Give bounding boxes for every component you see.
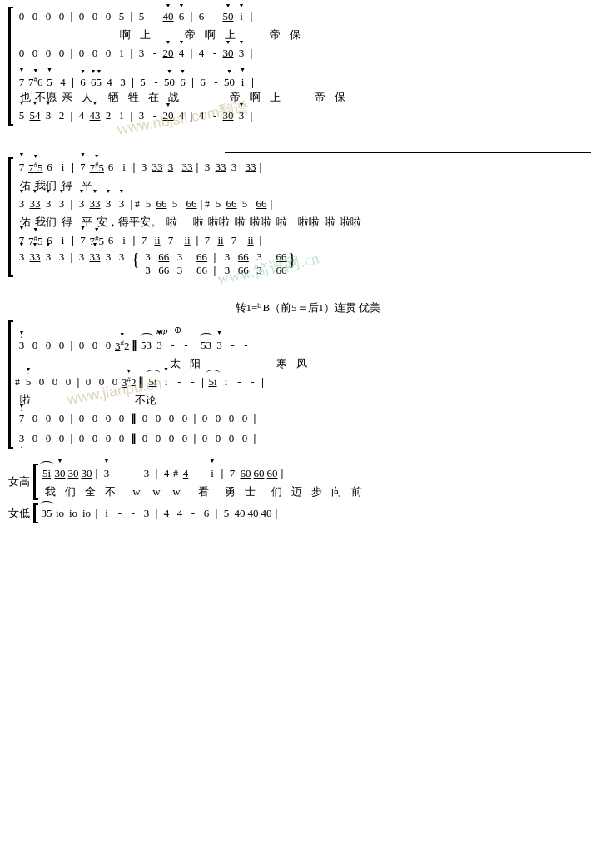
music-row-1-1: 0 0 0 0 | 0 0 0 5 | 5 - ▼ 40 [15,7,608,27]
music-row-3-1: 3 0 0 0 | 0 0 0 ▼ 3#2 ‖ 53 [15,335,608,355]
section-3: mp ⊕ 3 0 0 0 | 0 0 0 ▼ 3#2 ‖ [8,320,608,449]
content-lines-2: 7 ▼ 7#5 6 i | 7 ▼ 7#5 6 i | [15,157,608,277]
music-row-1-2: 0 0 0 0 | 0 0 0 1 | 3 - ▼ 20 [15,43,608,63]
music-row-2-1: 7 ▼ 7#5 6 i | 7 ▼ 7#5 6 i | [15,157,608,177]
female-high-row: 女高 5i 30 30 30 | 3 - - 3 [8,464,608,500]
lyric-row-2-2: 佑 我们 得 平 安， 得平 安。 啦 啦 啦啦 啦 啦啦 啦 啦啦 啦 [15,214,608,231]
music-row-3-4: 3 0 0 0 | 0 0 0 0 ‖ 0 0 0 0 | 0 0 [15,429,608,449]
section-1: 0 0 0 0 | 0 0 0 5 | 5 - ▼ 40 [8,7,608,126]
music-row-1-3: 7 ▼ 7#6 5 4 | ▼6 ▼▼ 65 4 [15,68,608,89]
female-high-label: 女高 [8,474,30,489]
music-row-3-2: # 5 0 0 0 | 0 0 0 ▼ 3#2 ‖ [15,372,608,392]
lyric-row-3-1: 太 阳 寒 风 [15,355,608,372]
bracket-row-1: 0 0 0 0 | 0 0 0 5 | 5 - ▼ 40 [8,7,608,126]
music-row-4-low: 35 io io io | i - - 3 | 4 4 - 6 | [40,503,608,523]
left-bracket-2 [8,157,13,277]
music-row-1-4: 5 54 3 2 | 4 43 2 1 | 3 - ▼20 4 | [15,106,608,126]
transition-text: 转1=ᵇB（前5＝后1）连贯 优美 [8,300,608,315]
bracket-row-2: 7 ▼ 7#5 6 i | 7 ▼ 7#5 6 i | [8,157,608,277]
lyric-row-1-3: 也 不愿 亲 人 牺 牲 在 战 帝 啊 上 帝 保 [15,89,608,106]
music-row-2-2: 3 33 3 3 | 3 33 3 3 | # 5 66 5 66 | [15,194,608,214]
lyric-row-4-high: 我 们 全 不 w w w 看 勇 士 们 迈 步 [40,484,608,500]
music-row-3-3: 7 0 0 0 | 0 0 0 0 ‖ 0 0 0 0 | 0 0 [15,409,608,429]
left-bracket-4-high [33,464,38,500]
section-2: 7 ▼ 7#5 6 i | 7 ▼ 7#5 6 i | [8,146,608,277]
lyric-row-1-1: 啊 上 帝 啊 上 帝 保 [15,27,608,43]
left-bracket-4-low [33,503,38,523]
section-4: 女高 5i 30 30 30 | 3 - - 3 [8,464,608,523]
left-bracket-1 [8,7,13,126]
music-row-2-4: 3 33 3 3 | 3 33 3 3 { 3 66 3 [15,250,608,277]
bracket-row-3: mp ⊕ 3 0 0 0 | 0 0 0 ▼ 3#2 ‖ [8,320,608,449]
music-row-2-3: 7 ▼ 7#5 6 i | 7 ▼ 7#5 6 i | [15,231,608,250]
female-low-label: 女低 [8,506,30,521]
page: www.nbjsfl.com翻谱 www.jianpu.cn www.nbjsf… [0,0,616,538]
music-row-4-high: 5i 30 30 30 | 3 - - 3 | 4 # 4 - i [40,464,608,484]
left-bracket-3 [8,320,13,449]
lyric-row-2-1: 佑 我们 得 平 [15,177,608,194]
female-low-row: 女低 35 io io io | i - - 3 [8,503,608,523]
lyric-row-3-2: 啦 不论 [15,392,608,409]
content-lines-1: 0 0 0 0 | 0 0 0 5 | 5 - ▼ 40 [15,7,608,126]
content-lines-3: mp ⊕ 3 0 0 0 | 0 0 0 ▼ 3#2 ‖ [15,320,608,449]
